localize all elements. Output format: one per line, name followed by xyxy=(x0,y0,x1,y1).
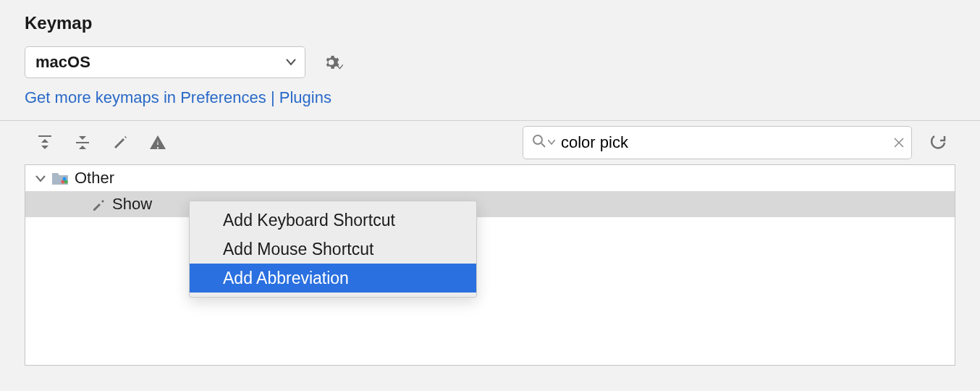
collapse-all-button[interactable] xyxy=(67,127,98,159)
folder-icon xyxy=(51,171,69,185)
menu-item-add-keyboard-shortcut[interactable]: Add Keyboard Shortcut xyxy=(190,206,476,235)
page-title: Keymap xyxy=(25,13,955,33)
context-menu: Add Keyboard Shortcut Add Mouse Shortcut… xyxy=(189,201,477,298)
tree-group-label: Other xyxy=(75,169,114,188)
gear-icon[interactable] xyxy=(323,52,343,72)
edit-button[interactable] xyxy=(104,127,136,159)
tree-item-show-color-picker[interactable]: Show xyxy=(25,191,955,217)
expand-all-button[interactable] xyxy=(29,127,61,159)
svg-point-0 xyxy=(533,135,542,144)
plugins-link[interactable]: Get more keymaps in Preferences | Plugin… xyxy=(25,88,955,107)
chevron-down-icon xyxy=(35,169,46,188)
menu-item-add-abbreviation[interactable]: Add Abbreviation xyxy=(190,264,476,293)
keymap-select-value: macOS xyxy=(35,53,90,72)
keymap-select[interactable]: macOS xyxy=(25,46,305,78)
color-picker-icon xyxy=(90,196,106,212)
svg-point-3 xyxy=(63,177,67,181)
search-input[interactable] xyxy=(561,133,894,152)
warning-button[interactable] xyxy=(142,127,174,159)
search-icon xyxy=(532,134,546,152)
find-action-button[interactable] xyxy=(924,127,955,159)
menu-item-add-mouse-shortcut[interactable]: Add Mouse Shortcut xyxy=(190,235,476,264)
clear-search-icon[interactable] xyxy=(894,135,904,151)
action-tree[interactable]: Other Show Add Keyboard Shortcut Add Mou… xyxy=(25,164,955,366)
chevron-down-icon xyxy=(286,59,296,66)
tree-group-other[interactable]: Other xyxy=(25,165,955,191)
search-box[interactable] xyxy=(523,126,912,159)
search-dropdown-icon[interactable] xyxy=(548,140,555,146)
tree-item-label: Show xyxy=(112,195,152,214)
